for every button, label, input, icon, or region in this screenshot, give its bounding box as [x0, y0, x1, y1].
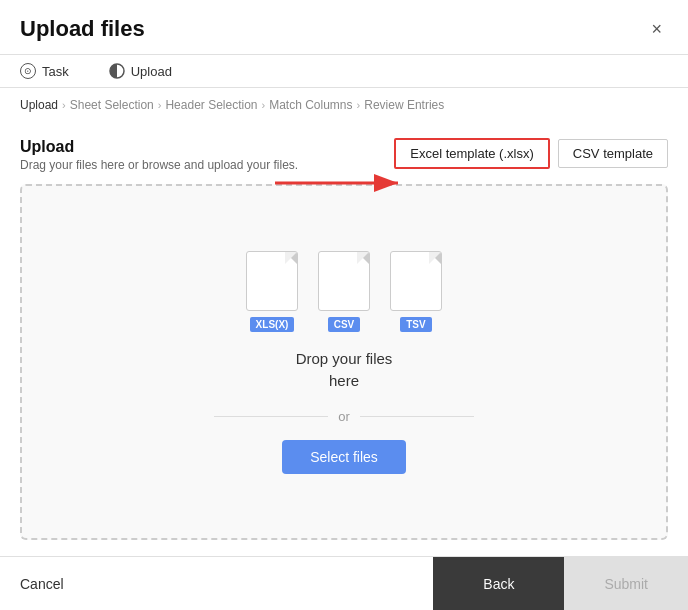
tsv-file-shape — [390, 251, 442, 311]
csv-template-button[interactable]: CSV template — [558, 139, 668, 168]
upload-header-row: Upload Drag your files here or browse an… — [20, 138, 668, 172]
or-text: or — [338, 409, 350, 424]
drop-zone[interactable]: XLS(X) CSV TSV Drop your files here or — [20, 184, 668, 540]
cancel-button[interactable]: Cancel — [0, 557, 433, 610]
modal-footer: Cancel Back Submit — [0, 556, 688, 610]
breadcrumb-item-upload: Upload — [20, 98, 58, 112]
task-bar: ⊙ Task Upload — [0, 55, 688, 88]
task-circle-icon: ⊙ — [20, 63, 36, 79]
file-icon-xlsx: XLS(X) — [246, 251, 298, 332]
file-icon-tsv: TSV — [390, 251, 442, 332]
content-area: Upload Drag your files here or browse an… — [0, 122, 688, 556]
xlsx-file-shape — [246, 251, 298, 311]
breadcrumb-item-review: Review Entries — [364, 98, 444, 112]
breadcrumb-sep-4: › — [357, 99, 361, 111]
breadcrumb-item-sheet: Sheet Selection — [70, 98, 154, 112]
breadcrumb-sep-1: › — [62, 99, 66, 111]
task-item-task: ⊙ Task — [20, 63, 69, 79]
back-button[interactable]: Back — [433, 557, 564, 610]
or-line-left — [214, 416, 328, 417]
csv-label: CSV — [328, 317, 361, 332]
breadcrumb-item-match: Match Columns — [269, 98, 352, 112]
or-divider: or — [214, 409, 474, 424]
upload-label: Upload — [131, 64, 172, 79]
submit-button: Submit — [564, 557, 688, 610]
drop-text: Drop your files here — [296, 348, 393, 393]
tsv-label: TSV — [400, 317, 431, 332]
select-files-button[interactable]: Select files — [282, 440, 406, 474]
breadcrumb-sep-2: › — [158, 99, 162, 111]
task-item-upload: Upload — [109, 63, 172, 79]
breadcrumb: Upload › Sheet Selection › Header Select… — [0, 88, 688, 122]
xlsx-label: XLS(X) — [250, 317, 295, 332]
breadcrumb-sep-3: › — [262, 99, 266, 111]
excel-template-button[interactable]: Excel template (.xlsx) — [394, 138, 550, 169]
task-label: Task — [42, 64, 69, 79]
upload-title-block: Upload Drag your files here or browse an… — [20, 138, 298, 172]
upload-description: Drag your files here or browse and uploa… — [20, 158, 298, 172]
modal-title: Upload files — [20, 16, 145, 42]
close-button[interactable]: × — [645, 17, 668, 42]
csv-file-shape — [318, 251, 370, 311]
file-icons-row: XLS(X) CSV TSV — [246, 251, 442, 332]
template-buttons: Excel template (.xlsx) CSV template — [394, 138, 668, 169]
breadcrumb-item-header: Header Selection — [165, 98, 257, 112]
upload-half-icon — [109, 63, 125, 79]
or-line-right — [360, 416, 474, 417]
modal-header: Upload files × — [0, 0, 688, 55]
upload-section-title: Upload — [20, 138, 298, 156]
upload-modal: Upload files × ⊙ Task Upload Upload › Sh… — [0, 0, 688, 610]
file-icon-csv: CSV — [318, 251, 370, 332]
